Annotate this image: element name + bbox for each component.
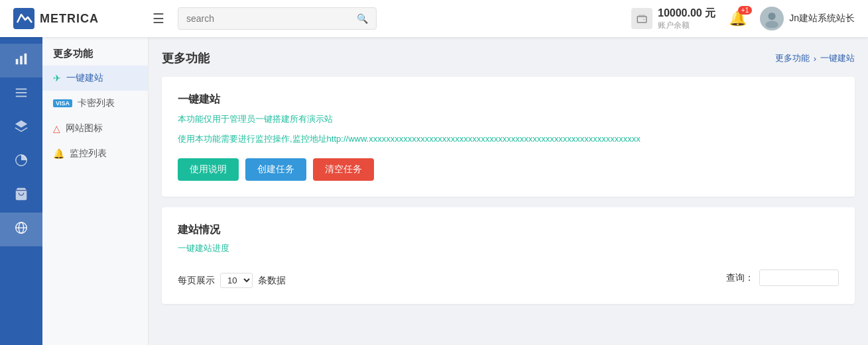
usage-guide-button[interactable]: 使用说明 <box>178 158 239 181</box>
sidebar-item-menu[interactable] <box>0 77 42 111</box>
nav-item-quickbuild[interactable]: ✈ 一键建站 <box>42 66 148 91</box>
main-layout: 更多功能 ✈ 一键建站 VISA 卡密列表 △ 网站图标 🔔 监控列表 更多功能… <box>0 37 868 345</box>
logo-icon <box>13 8 34 29</box>
monitor-icon: 🔔 <box>53 148 64 159</box>
wallet-icon <box>631 8 652 29</box>
per-page-label: 每页展示 <box>178 275 215 287</box>
svg-rect-3 <box>16 59 19 64</box>
globe-icon <box>14 221 29 238</box>
svg-point-2 <box>765 21 778 28</box>
sidebar-item-cart[interactable] <box>0 179 42 213</box>
breadcrumb-current: 一键建站 <box>820 52 855 64</box>
left-nav-header: 更多功能 <box>42 37 148 66</box>
cardlist-icon: VISA <box>53 99 72 107</box>
hamburger-button[interactable]: ☰ <box>153 11 164 26</box>
svg-rect-5 <box>25 54 27 65</box>
clear-task-button[interactable]: 清空任务 <box>313 158 374 181</box>
svg-rect-6 <box>16 89 27 90</box>
nav-item-monitor[interactable]: 🔔 监控列表 <box>42 141 148 166</box>
sidebar-item-pie[interactable] <box>0 145 42 179</box>
build-status-title: 建站情况 <box>178 223 839 237</box>
balance-area: 10000.00 元 账户余额 <box>631 7 715 30</box>
left-nav: 更多功能 ✈ 一键建站 VISA 卡密列表 △ 网站图标 🔔 监控列表 <box>42 37 149 345</box>
cart-icon <box>14 187 29 205</box>
breadcrumb-nav: 更多功能 › 一键建站 <box>775 52 855 64</box>
nav-item-siteicon[interactable]: △ 网站图标 <box>42 116 148 141</box>
layers-icon <box>14 119 29 137</box>
user-avatar <box>760 7 784 30</box>
sidebar-item-chart[interactable] <box>0 44 42 77</box>
sidebar-item-globe[interactable] <box>0 213 42 246</box>
svg-marker-9 <box>15 121 27 128</box>
header: METRICA ☰ 🔍 10000.00 元 账户余额 🔔 +1 Jn建站系统站… <box>0 0 868 37</box>
search-icon: 🔍 <box>357 13 368 24</box>
svg-rect-4 <box>20 56 23 64</box>
search-input[interactable] <box>186 13 357 24</box>
menu-icon <box>14 85 29 103</box>
nav-label-cardlist: 卡密列表 <box>78 97 115 109</box>
breadcrumb: 更多功能 更多功能 › 一键建站 <box>162 50 855 66</box>
balance-label: 账户余额 <box>658 21 715 31</box>
query-label: 查询： <box>726 272 754 284</box>
pie-icon <box>14 153 29 171</box>
nav-label-quickbuild: 一键建站 <box>66 72 103 84</box>
build-status-sub: 一键建站进度 <box>178 242 839 254</box>
nav-label-siteicon: 网站图标 <box>66 123 103 134</box>
bell-button[interactable]: 🔔 +1 <box>729 10 747 27</box>
sidebar <box>0 37 42 345</box>
per-page-unit: 条数据 <box>258 275 286 287</box>
quickbuild-card-desc: 本功能仅用于管理员一键搭建所有演示站 <box>178 113 839 125</box>
breadcrumb-sep: › <box>814 54 816 64</box>
query-input[interactable] <box>759 270 839 286</box>
page-title: 更多功能 <box>162 50 210 66</box>
nav-label-monitor: 监控列表 <box>70 148 107 160</box>
breadcrumb-parent[interactable]: 更多功能 <box>775 52 810 64</box>
siteicon-icon: △ <box>53 123 60 134</box>
logo-text: METRICA <box>40 12 99 26</box>
quickbuild-btn-group: 使用说明 创建任务 清空任务 <box>178 158 839 181</box>
user-area[interactable]: Jn建站系统站长 <box>760 7 855 30</box>
search-bar: 🔍 <box>178 7 377 30</box>
header-right: 10000.00 元 账户余额 🔔 +1 Jn建站系统站长 <box>631 7 855 30</box>
build-status-card: 建站情况 一键建站进度 每页展示 10 20 50 条数据 查询： <box>162 207 855 304</box>
svg-point-1 <box>769 13 776 20</box>
quickbuild-card: 一键建站 本功能仅用于管理员一键搭建所有演示站 使用本功能需要进行监控操作,监控… <box>162 77 855 197</box>
per-page-select[interactable]: 10 20 50 <box>220 273 253 288</box>
chart-icon <box>14 52 29 70</box>
content-area: 更多功能 更多功能 › 一键建站 一键建站 本功能仅用于管理员一键搭建所有演示站… <box>149 37 868 345</box>
bell-badge: +1 <box>738 6 752 15</box>
sidebar-item-layers[interactable] <box>0 111 42 145</box>
svg-rect-8 <box>16 96 27 97</box>
quickbuild-card-title: 一键建站 <box>178 93 839 107</box>
user-name: Jn建站系统站长 <box>789 13 855 25</box>
query-row: 查询： <box>726 270 839 286</box>
logo-area: METRICA <box>13 8 146 29</box>
nav-item-cardlist[interactable]: VISA 卡密列表 <box>42 91 148 116</box>
quickbuild-card-info: 使用本功能需要进行监控操作,监控地址http://www.xxxxxxxxxxx… <box>178 133 839 145</box>
pagination-row: 每页展示 10 20 50 条数据 <box>178 273 286 288</box>
create-task-button[interactable]: 创建任务 <box>245 158 306 181</box>
svg-rect-7 <box>16 92 27 93</box>
balance-amount: 10000.00 元 <box>658 7 715 21</box>
quickbuild-icon: ✈ <box>53 73 61 83</box>
balance-info: 10000.00 元 账户余额 <box>658 7 715 30</box>
